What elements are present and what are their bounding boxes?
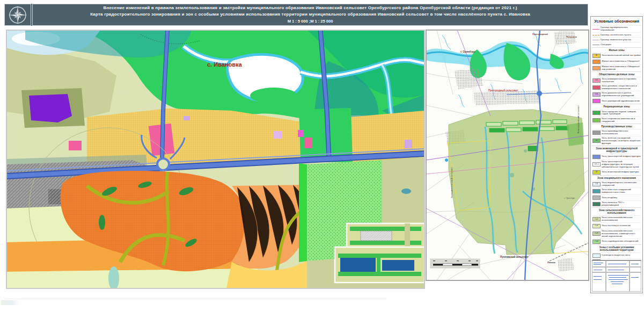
legend-section-header: Жилые зоны — [592, 47, 641, 53]
title-bar: Внесение изменений в правила землепользо… — [4, 4, 588, 26]
title-scale: М 1 : 5 000 ;М 1 : 25 000 — [288, 18, 333, 25]
legend-item: Оси дорог — [592, 42, 641, 47]
page-artifact — [1, 300, 19, 305]
stamp-table — [592, 260, 641, 292]
legend-section-header: Зоны с особыми условиями использования т… — [592, 244, 641, 252]
legend-swatch-icon: ТР-2 — [592, 162, 601, 167]
legend-item-label: Зона зелёных насаждений, выполняющих сан… — [602, 137, 641, 145]
page-divider — [4, 299, 386, 299]
selsovet-territory — [449, 110, 584, 255]
main-map-drawing — [6, 30, 425, 288]
legend-item: Зона транспортной инфраструктуры — [592, 154, 641, 160]
legend-item: ИЗона инженерной инфраструктуры — [592, 169, 641, 175]
legend-item-label: Зона сельскохозяйственного использования — [602, 216, 641, 222]
legend-swatch-icon — [592, 254, 601, 258]
legend-item-label: Зона малоэтажной жилой застройки — [602, 54, 641, 57]
legend-item: ЖЗона малоэтажной жилой застройки — [592, 53, 641, 59]
legend-swatch-icon: зл — [592, 139, 601, 143]
legend-item-label: Зона делового, общественного и коммерчес… — [602, 85, 641, 90]
legend-item-label: Зона спортивных комплексов и сооружений — [602, 118, 641, 123]
legend-section-header: Зона специального назначения — [592, 175, 641, 180]
stamp-cell — [606, 272, 630, 292]
legend-item-label: Зона инженерной инфраструктуры — [602, 171, 639, 173]
legend-swatch-icon — [592, 196, 601, 200]
legend-item: Сх3Зона сельскохозяйственного использова… — [592, 229, 641, 238]
legend-item: Сх2Зона пастбищ и сенокосов — [592, 222, 641, 228]
stamp-cell — [606, 267, 630, 272]
legend-section-header: Рекреационные зоны — [592, 104, 641, 109]
legend-item-label: Зона садоводческих объединений — [602, 240, 638, 243]
legend-item-label: Граница муниципального образования — [601, 26, 641, 32]
legend-item: Зона кладбищ — [592, 194, 641, 200]
legend-title: Условные обозначения — [591, 17, 642, 25]
legend-item-label: Санитарно-защитная зона — [602, 254, 630, 257]
title-line-1: Внесение изменений в правила землепользо… — [103, 5, 517, 12]
legend-item-label: Зона полигона ТБО с рекультивацией — [602, 201, 641, 207]
legend-item: Граница земельного участка — [592, 37, 641, 42]
stamp-cell — [606, 261, 630, 267]
legend-item: Граница населённого пункта — [592, 32, 641, 37]
stamp-cell — [592, 267, 606, 272]
overview-map: г. ОренбургПригородныйПокровкаПригородны… — [426, 30, 589, 281]
legend-items: Граница муниципального образованияГраниц… — [591, 25, 642, 260]
legend-item: Зона учреждений здравоохранения — [592, 98, 641, 104]
legend-swatch-icon — [592, 155, 601, 159]
title-line-2: Карта градостроительного зонирования и з… — [90, 11, 530, 18]
scale-bar — [430, 259, 480, 268]
legend-item-label: Оси дорог — [601, 44, 611, 46]
legend-swatch-icon: Сх1 — [592, 217, 601, 221]
legend-item-label: Зона водозаборных технических сооружений — [602, 182, 641, 187]
legend-swatch-icon — [592, 66, 601, 70]
legend-item-label: Зона дошкольных и учебно-образовательных… — [602, 92, 641, 97]
legend-item: Жилая зона комплекса «Экодолье» под разв… — [592, 64, 641, 71]
legend-swatch-icon: Сх3 — [592, 232, 601, 236]
legend-swatch-icon — [592, 33, 599, 37]
legend-item: Жилая зона комплекса «Экодолье» — [592, 59, 641, 64]
legend-swatch-icon — [592, 99, 601, 103]
legend-section-header: Зона инженерной и транспортной инфрастру… — [592, 146, 641, 154]
main-zoning-map: с. Ивановка — [6, 30, 425, 289]
legend-item-label: Зона транспортной инфраструктуры — [602, 155, 641, 158]
legend-swatch-icon: О4 — [592, 92, 601, 97]
legend-item: Зона городских парков, скверов, садов, б… — [592, 109, 641, 116]
legend-swatch-icon — [592, 85, 601, 90]
legend-item: О4Зона дошкольных и учебно-образовательн… — [592, 91, 641, 98]
cemetery-zone — [21, 88, 85, 128]
legend-item-label: Зона коммерческого и торгового назначени… — [602, 78, 641, 83]
inset-fragment-b — [335, 247, 425, 283]
legend-swatch-icon: Сх2 — [592, 224, 601, 228]
legend-item: Сх4Зона садоводческих объединений — [592, 238, 641, 244]
legend-item: Граница муниципального образования — [592, 25, 641, 32]
legend-item-label: Зона городских парков, скверов, садов, б… — [602, 111, 641, 116]
legend-item-label: Зона производственного использования — [602, 130, 641, 135]
legend-item-label: Зона очистных сооружений поверхностного … — [602, 189, 641, 194]
legend-item-label: Граница населённого пункта — [601, 34, 631, 37]
stamp-cell — [630, 272, 641, 292]
legend-swatch-icon — [592, 189, 601, 193]
stamp-cell — [630, 267, 641, 272]
compass-box — [4, 4, 31, 26]
legend-item-label: Зона пастбищ и сенокосов — [602, 225, 630, 227]
legend-swatch-icon: Сх4 — [592, 240, 601, 244]
stamp-cell — [592, 261, 606, 267]
legend-item-label: Жилая зона комплекса «Экодолье» под разв… — [602, 66, 641, 71]
legend-item: Зона спортивных комплексов и сооружений — [592, 117, 641, 124]
legend-item: О1Зона коммерческого и торгового назначе… — [592, 77, 641, 84]
legend-item-label: Жилая зона комплекса «Экодолье» — [602, 60, 640, 63]
legend-item: Сх1Зона сельскохозяйственного использова… — [592, 215, 641, 222]
legend-swatch-icon — [592, 202, 601, 206]
overview-map-drawing — [426, 30, 589, 280]
legend-swatch-icon: Ж — [592, 54, 601, 58]
legend-item: ТР-2Зона транспортной инфраструктуры, ин… — [592, 160, 641, 169]
map-title-block: Внесение изменений в правила землепользо… — [32, 4, 588, 26]
legend-swatch-icon — [592, 44, 599, 47]
legend-item-label: Зона кладбищ — [602, 197, 617, 199]
legend-section-header: Зона сельскохозяйственного использования — [592, 207, 641, 215]
legend-item-label: Зона сельскохозяйственного использования… — [602, 230, 641, 238]
legend-item: Зона полигона ТБО с рекультивацией — [592, 200, 641, 207]
legend-item: злЗона зелёных насаждений, выполняющих с… — [592, 136, 641, 146]
legend-swatch-icon: И — [592, 170, 601, 175]
legend-section-header: Общественно-деловые зоны — [592, 71, 641, 77]
legend-section-header: Производственные зоны — [592, 124, 641, 129]
legend-item: СЗЗона водозаборных технических сооружен… — [592, 180, 641, 187]
